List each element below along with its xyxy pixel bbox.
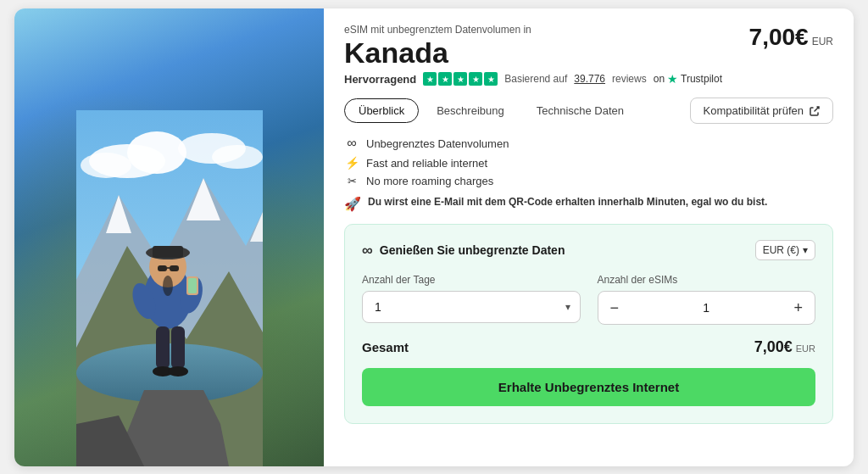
- tabs-row: Überblick Beschreibung Technische Daten …: [344, 98, 833, 124]
- trustpilot-label: Trustpilot: [681, 73, 722, 85]
- svg-rect-21: [153, 246, 183, 258]
- days-label: Anzahl der Tage: [362, 274, 581, 286]
- currency-value: EUR (€): [763, 244, 799, 256]
- product-subtitle: eSIM mit unbegrenztem Datenvolumen in: [344, 24, 749, 36]
- esims-control: − 1 +: [598, 291, 816, 325]
- total-row: Gesamt 7,00€ EUR: [362, 338, 815, 356]
- total-price-currency: EUR: [796, 343, 815, 354]
- esims-field-group: Anzahl der eSIMs − 1 +: [598, 274, 816, 325]
- infinity-icon: ∞: [344, 136, 359, 151]
- svg-point-5: [212, 145, 263, 169]
- tab-description[interactable]: Beschreibung: [422, 98, 519, 123]
- features-list: ∞ Unbegrenztes Datenvolumen ⚡ Fast and r…: [344, 136, 833, 187]
- product-card: eSIM mit unbegrenztem Datenvolumen in Ka…: [14, 8, 854, 466]
- product-title: Kanada: [344, 37, 749, 69]
- currency-selector[interactable]: EUR (€) ▾: [755, 240, 815, 260]
- purchase-card: ∞ Genießen Sie unbegrenzte Daten EUR (€)…: [344, 224, 833, 424]
- esims-label: Anzahl der eSIMs: [598, 274, 816, 286]
- trustpilot-text: on ★ Trustpilot: [654, 72, 722, 86]
- product-price: 7,00€: [749, 24, 809, 51]
- lightning-icon: ⚡: [344, 156, 359, 170]
- star-2: ★: [438, 72, 452, 86]
- fields-row: Anzahl der Tage 1 3 7 15 30 ▾ An: [362, 274, 815, 325]
- total-price-value: 7,00€: [754, 338, 793, 356]
- tab-overview[interactable]: Überblick: [344, 98, 419, 123]
- star-5: ★: [484, 72, 498, 86]
- star-rating: ★ ★ ★ ★ ★: [423, 72, 498, 86]
- review-count[interactable]: 39.776: [574, 73, 605, 85]
- compat-btn-label: Kompatibilität prüfen: [703, 104, 804, 117]
- star-3: ★: [453, 72, 467, 86]
- star-4: ★: [469, 72, 482, 86]
- currency-chevron-icon: ▾: [803, 244, 808, 256]
- price-block: 7,00€ EUR: [749, 24, 833, 51]
- rating-label: Hervorragend: [344, 73, 416, 86]
- svg-rect-23: [170, 265, 179, 271]
- rocket-icon: 🚀: [344, 196, 361, 212]
- days-wrapper: 1 3 7 15 30 ▾: [362, 291, 581, 323]
- no-roaming-icon: ✂: [344, 175, 359, 187]
- feature-unlimited: ∞ Unbegrenztes Datenvolumen: [344, 136, 833, 151]
- svg-point-3: [81, 153, 131, 178]
- review-based-on: Basierend auf: [504, 73, 567, 85]
- purchase-header: ∞ Genießen Sie unbegrenzte Daten EUR (€)…: [362, 240, 815, 260]
- person-illustration: [76, 110, 263, 466]
- tab-group: Überblick Beschreibung Technische Daten: [344, 98, 690, 123]
- days-select[interactable]: 1 3 7 15 30: [362, 291, 581, 323]
- feature-fast: ⚡ Fast and reliable internet: [344, 156, 833, 170]
- esims-decrement-button[interactable]: −: [598, 292, 632, 324]
- content-section: eSIM mit unbegrenztem Datenvolumen in Ka…: [324, 8, 854, 466]
- total-price-block: 7,00€ EUR: [754, 338, 815, 356]
- svg-rect-26: [156, 326, 170, 369]
- purchase-title-text: Genießen Sie unbegrenzte Daten: [380, 243, 565, 257]
- price-currency: EUR: [812, 36, 833, 47]
- svg-point-25: [163, 276, 173, 296]
- esims-value: 1: [631, 293, 782, 323]
- svg-rect-18: [188, 278, 197, 293]
- svg-rect-27: [171, 326, 185, 369]
- email-notice: 🚀 Du wirst eine E-Mail mit dem QR-Code e…: [344, 196, 833, 212]
- email-notice-text: Du wirst eine E-Mail mit dem QR-Code erh…: [368, 196, 767, 208]
- star-1: ★: [423, 72, 437, 86]
- tab-tech[interactable]: Technische Daten: [522, 98, 638, 123]
- feature-fast-text: Fast and reliable internet: [366, 157, 487, 170]
- svg-point-2: [127, 131, 186, 174]
- purchase-title: ∞ Genießen Sie unbegrenzte Daten: [362, 242, 565, 259]
- product-image: [14, 8, 324, 466]
- feature-unlimited-text: Unbegrenztes Datenvolumen: [366, 137, 509, 150]
- svg-point-29: [168, 366, 188, 376]
- feature-roaming: ✂ No more roaming charges: [344, 175, 833, 187]
- days-field-group: Anzahl der Tage 1 3 7 15 30 ▾: [362, 274, 581, 325]
- rating-row: Hervorragend ★ ★ ★ ★ ★ Basierend auf 39.…: [344, 72, 749, 86]
- esims-increment-button[interactable]: +: [782, 292, 815, 324]
- compat-button[interactable]: Kompatibilität prüfen: [690, 98, 833, 124]
- buy-button[interactable]: Erhalte Unbegrenztes Internet: [362, 368, 815, 406]
- purchase-infinity-icon: ∞: [362, 242, 373, 259]
- review-text: reviews: [612, 73, 647, 85]
- feature-roaming-text: No more roaming charges: [366, 175, 493, 187]
- svg-rect-22: [158, 265, 167, 271]
- total-label: Gesamt: [362, 340, 409, 354]
- external-link-icon: [809, 105, 821, 117]
